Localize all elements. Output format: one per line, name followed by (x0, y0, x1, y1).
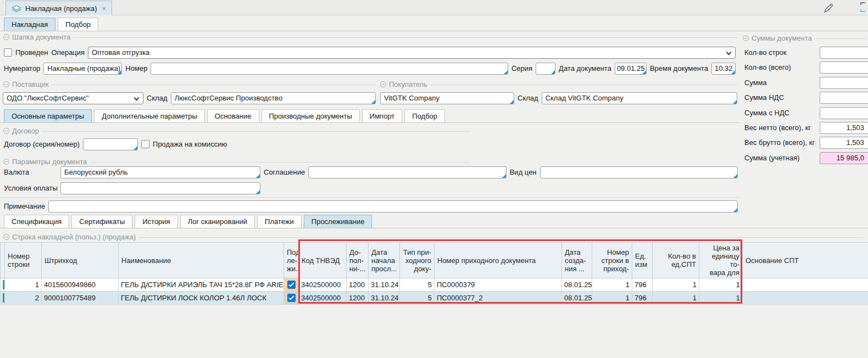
supplier-warehouse-field[interactable]: ЛюксСофтСервис Производство (171, 92, 376, 104)
cell-unit[interactable]: 796 (632, 278, 653, 292)
cell-created[interactable]: 08.01.25 (562, 292, 592, 305)
cell-name[interactable]: ГЕЛЬ Д/СТИРКИ ЛОСК КОЛОР 1.46Л ЛОСК (119, 292, 284, 305)
collapse-icon[interactable] (3, 234, 9, 240)
tab-podbor-top[interactable]: Подбор (58, 18, 98, 31)
cell-basis-spt[interactable] (743, 292, 868, 305)
contract-field[interactable] (83, 138, 138, 150)
tab-scan-log[interactable]: Лог сканирований (180, 215, 255, 228)
cell-price-spt[interactable]: 1 (699, 278, 743, 292)
table-row[interactable]: 2 9000100775489 ГЕЛЬ Д/СТИРКИ ЛОСК КОЛОР… (1, 292, 868, 305)
tab-main-params[interactable]: Основные параметры (4, 109, 92, 122)
col-header-qty-spt[interactable]: Кол-во в ед.СПТ (653, 243, 699, 278)
document-tab[interactable]: Накладная (продажа) × (5, 1, 112, 15)
cell-subject[interactable] (284, 278, 299, 292)
cell-line-no[interactable]: 2 (5, 292, 42, 305)
col-header-trace-start[interactable]: Дата начала просл... (369, 243, 400, 278)
col-header-basis-spt[interactable]: Основание СПТ (743, 243, 868, 278)
currency-field[interactable]: Белорусский рубль (60, 166, 260, 178)
cell-in-doc-type[interactable]: 5 (400, 278, 435, 292)
collapse-icon[interactable] (3, 159, 9, 165)
cell-extra-unit[interactable]: 1200 (347, 278, 369, 292)
doc-time-field[interactable]: 10:32 (711, 63, 736, 75)
cell-subject[interactable] (284, 292, 299, 305)
col-header-created[interactable]: Дата созда- ния ... (562, 243, 592, 278)
cell-tnved[interactable]: 3402500000 (299, 278, 347, 292)
col-header-in-doc-type[interactable]: Тип при- ходного доку- (400, 243, 435, 278)
col-header-tnved[interactable]: Код ТНВЭД (299, 243, 347, 278)
agreement-field[interactable] (308, 166, 506, 178)
numerator-field[interactable]: Накладные (продажа) (43, 63, 122, 75)
buyer-warehouse-field[interactable]: Склад VitGTK Company (542, 92, 737, 104)
cell-qty-spt[interactable]: 1 (653, 278, 699, 292)
cell-name[interactable]: ГЕЛЬ Д/СТИРКИ АРИЭЛЬ ТАЧ 15*28.8Г РФ ARI… (119, 278, 284, 292)
buyer-field[interactable]: VitGTK Company (380, 92, 514, 104)
close-icon[interactable]: × (102, 4, 107, 13)
col-header-price-spt[interactable]: Цена за единицу то- вара для (699, 243, 743, 278)
col-header-in-doc-number[interactable]: Номер приходного документа (435, 243, 562, 278)
col-header-extra-unit[interactable]: До- пол- ни-... (347, 243, 369, 278)
tab-basis[interactable]: Основание (207, 109, 259, 122)
totals-field-qty-total[interactable] (820, 61, 868, 74)
note-field[interactable] (48, 200, 738, 212)
cell-line-no[interactable]: 1 (5, 278, 42, 292)
tab-tracing[interactable]: Прослеживание (304, 215, 372, 228)
doc-date-field[interactable]: 09.01.25 (615, 63, 647, 75)
cell-in-line-no[interactable]: 1 (592, 278, 632, 292)
cell-in-doc-number[interactable]: ПС0000377_2 (435, 292, 562, 305)
tab-nakladnaya[interactable]: Накладная (4, 18, 55, 31)
cell-basis-spt[interactable] (743, 278, 868, 292)
totals-field-net-weight[interactable]: 1,503 (820, 122, 868, 134)
cell-extra-unit[interactable]: 1200 (347, 292, 369, 305)
tab-specification[interactable]: Спецификация (4, 215, 69, 228)
tab-import[interactable]: Импорт (362, 109, 402, 122)
collapse-icon[interactable] (743, 35, 749, 41)
commission-checkbox[interactable] (141, 140, 149, 148)
cell-in-doc-number[interactable]: ПС0000379 (435, 278, 562, 292)
totals-field-accounting-sum[interactable]: 15 985,0 (820, 152, 868, 164)
cell-created[interactable]: 08.01.25 (562, 278, 592, 292)
cell-price-spt[interactable]: 1 (699, 292, 743, 305)
payment-terms-field[interactable] (60, 182, 260, 194)
row-subject-checkbox[interactable] (287, 294, 296, 302)
col-header-name[interactable]: Наименование (119, 243, 284, 278)
series-field[interactable] (536, 63, 555, 75)
edit-pencil-icon[interactable] (822, 2, 834, 16)
supplier-select[interactable]: ОДО "ЛюксСофтСервис" (3, 92, 143, 104)
collapse-icon[interactable] (3, 34, 9, 40)
col-header-unit[interactable]: Ед. изм (632, 243, 653, 278)
collapse-icon[interactable] (3, 128, 9, 134)
posted-checkbox[interactable] (4, 48, 12, 57)
totals-field-gross-weight[interactable]: 1,503 (820, 137, 868, 149)
cell-qty-spt[interactable]: 1 (653, 292, 699, 305)
tab-podbor-params[interactable]: Подбор (404, 109, 445, 122)
table-row[interactable]: 1 4015600949860 ГЕЛЬ Д/СТИРКИ АРИЭЛЬ ТАЧ… (1, 278, 868, 292)
cell-barcode[interactable]: 9000100775489 (42, 292, 119, 305)
totals-field-vat[interactable] (820, 92, 868, 104)
corner-bracket-icon[interactable] (860, 2, 868, 14)
tab-certificates[interactable]: Сертификаты (71, 215, 132, 228)
totals-field-sum-vat[interactable] (820, 107, 868, 119)
totals-field-line-count[interactable] (820, 47, 868, 59)
cell-trace-start[interactable]: 31.10.24 (369, 292, 400, 305)
row-subject-checkbox[interactable] (287, 281, 296, 289)
tab-derived-docs[interactable]: Производные документы (261, 109, 360, 122)
cell-in-line-no[interactable]: 1 (592, 292, 632, 305)
operation-select[interactable]: Оптовая отгрузка (88, 47, 736, 59)
collapse-icon[interactable] (3, 81, 9, 87)
tab-payments[interactable]: Платежи (257, 215, 302, 228)
col-header-subject[interactable]: Под- ле- жи.. (284, 243, 299, 278)
number-field[interactable] (151, 63, 508, 75)
collapse-icon[interactable] (380, 81, 386, 87)
col-header-in-line-no[interactable]: Номер строки в приход- (592, 243, 632, 278)
cell-tnved[interactable]: 3402500000 (299, 292, 347, 305)
cell-barcode[interactable]: 4015600949860 (42, 278, 119, 292)
cell-unit[interactable]: 796 (632, 292, 653, 305)
price-kind-field[interactable] (540, 166, 738, 178)
col-header-line-no[interactable]: Номер строки (5, 243, 42, 278)
cell-trace-start[interactable]: 31.10.24 (369, 278, 400, 292)
tab-extra-params[interactable]: Дополнительные параметры (94, 109, 205, 122)
cell-in-doc-type[interactable]: 5 (400, 292, 435, 305)
col-header-barcode[interactable]: Штрихкод (42, 243, 119, 278)
totals-field-sum[interactable] (820, 77, 868, 89)
tab-history[interactable]: История (135, 215, 177, 228)
